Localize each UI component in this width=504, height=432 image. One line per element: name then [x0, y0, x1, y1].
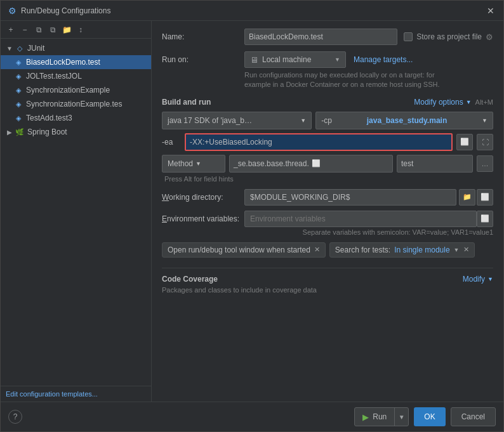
close-button[interactable]: ✕	[484, 4, 497, 17]
ok-button[interactable]: OK	[414, 407, 445, 426]
browse-button[interactable]: …	[477, 155, 493, 172]
method-row: Method ▼ _se.base.base.thread. ⬜ …	[162, 155, 493, 173]
class-value: _se.base.base.thread.	[234, 159, 309, 168]
help-button[interactable]: ?	[8, 410, 22, 424]
manage-targets-link[interactable]: Manage targets...	[354, 55, 413, 64]
run-on-label: Run on:	[162, 55, 244, 64]
paste-config-button[interactable]: ⧉	[46, 23, 59, 36]
env-var-label-text: Environment variables:	[162, 214, 239, 223]
run-on-description: Run configurations may be executed local…	[244, 70, 493, 90]
run-dropdown-button[interactable]: ▼	[394, 408, 408, 426]
copy-config-button[interactable]: ⧉	[32, 23, 45, 36]
open-tool-window-tag: Open run/debug tool window when started …	[162, 242, 326, 258]
sidebar-toolbar: + − ⧉ ⧉ 📁 ↕	[1, 21, 151, 39]
test-icon: ◈	[13, 85, 23, 95]
working-dir-row: Working directory: 📁 ⬜	[162, 189, 493, 206]
name-input[interactable]	[244, 29, 397, 45]
folder-config-button[interactable]: 📁	[60, 23, 73, 36]
run-debug-dialog: ⚙ Run/Debug Configurations ✕ + − ⧉ ⧉ 📁 ↕…	[0, 0, 504, 432]
class-input[interactable]: _se.base.base.thread. ⬜	[229, 155, 393, 173]
working-dir-label: Working directory:	[162, 193, 244, 202]
sdk-value: java 17 SDK of 'java_b…	[168, 116, 252, 125]
build-run-section-header: Build and run Modify options ▼ Alt+M	[162, 98, 493, 107]
run-label: Run	[373, 412, 387, 421]
remove-config-button[interactable]: −	[18, 23, 31, 36]
remove-open-tool-tag-button[interactable]: ✕	[314, 245, 320, 254]
chevron-down-icon: ▼	[335, 56, 340, 63]
modify-options-link[interactable]: Modify options ▼	[414, 98, 471, 107]
springboot-label: Spring Boot	[27, 128, 67, 136]
expand-editor-button[interactable]: ⬜	[456, 134, 473, 150]
run-on-value: Local machine	[262, 55, 311, 64]
cp-prefix: -cp	[321, 116, 332, 125]
code-coverage-header: Code Coverage Modify ▼	[162, 275, 493, 284]
store-gear-icon: ⚙	[486, 32, 493, 42]
sidebar-item-syncexample-test[interactable]: ◈ SynchronizationExample.tes	[1, 97, 151, 111]
remove-search-tests-tag-button[interactable]: ✕	[463, 245, 469, 254]
vm-options-input[interactable]	[185, 133, 453, 151]
code-coverage-modify-link[interactable]: Modify	[463, 275, 485, 284]
sidebar-item-testadd[interactable]: ◈ TestAdd.test3	[1, 111, 151, 125]
method-select[interactable]: Method ▼	[162, 155, 225, 173]
sidebar-item-biasedlockdemo[interactable]: ◈ BiasedLockDemo.test	[1, 55, 151, 69]
ea-label: -ea	[162, 138, 181, 147]
name-label: Name:	[162, 32, 244, 41]
expander-icon: ▼	[6, 44, 13, 52]
sidebar-item-joltest[interactable]: ◈ JOLTest.testJOL	[1, 69, 151, 83]
sidebar-item-syncexample[interactable]: ◈ SynchronizationExample	[1, 83, 151, 97]
run-button[interactable]: ▶ Run ▼	[354, 407, 409, 426]
config-tree: ▼ ◇ JUnit ◈ BiasedLockDemo.test ◈ JOLTes…	[1, 39, 151, 386]
sidebar-item-junit[interactable]: ▼ ◇ JUnit	[1, 41, 151, 55]
store-as-project-row: Store as project file ⚙	[404, 32, 493, 42]
search-for-tests-tag: Search for tests: In single module ▼ ✕	[329, 242, 475, 258]
chevron-down-icon: ▼	[466, 99, 472, 105]
code-coverage-title: Code Coverage	[162, 275, 218, 284]
test-name-input[interactable]	[397, 155, 473, 173]
search-for-tests-value[interactable]: In single module	[394, 245, 449, 254]
add-config-button[interactable]: +	[4, 23, 17, 36]
code-coverage-section: Code Coverage Modify ▼ Packages and clas…	[162, 268, 493, 294]
test-icon: ◈	[13, 57, 23, 67]
search-for-tests-label: Search for tests:	[335, 245, 390, 254]
modify-options-label: Modify options	[414, 98, 463, 107]
cp-select[interactable]: -cp java_base_study.main ▼	[315, 112, 493, 129]
cancel-button[interactable]: Cancel	[451, 407, 496, 426]
expander-icon: ▶	[6, 128, 13, 136]
run-button-main[interactable]: ▶ Run	[355, 408, 394, 426]
dialog-icon: ⚙	[7, 6, 17, 16]
chevron-down-icon[interactable]: ▼	[454, 247, 460, 253]
env-var-browse-button[interactable]: ⬜	[477, 211, 493, 227]
store-as-project-label: Store as project file	[416, 32, 482, 41]
working-dir-input[interactable]	[244, 189, 456, 206]
machine-icon: 🖥	[250, 55, 258, 65]
main-config-panel: Name: Store as project file ⚙ Run on: 🖥 …	[152, 21, 503, 402]
run-on-row: Run on: 🖥 Local machine ▼ Manage targets…	[162, 51, 493, 68]
spring-icon: 🌿	[15, 127, 25, 137]
env-var-input[interactable]	[244, 211, 477, 227]
sort-config-button[interactable]: ↕	[74, 23, 87, 36]
test-icon: ◈	[13, 71, 23, 81]
sidebar-item-springboot[interactable]: ▶ 🌿 Spring Boot	[1, 125, 151, 139]
edit-templates-link[interactable]: Edit configuration templates...	[1, 386, 151, 402]
env-var-label: Environment variables:	[162, 214, 244, 223]
store-as-project-checkbox[interactable]	[404, 32, 413, 41]
field-hints-text: Press Alt for field hints	[164, 175, 493, 183]
vm-options-row: -ea ⬜ ⛶	[162, 133, 493, 151]
test-icon: ◈	[13, 113, 23, 123]
fullscreen-editor-button[interactable]: ⛶	[477, 134, 493, 150]
sdk-select[interactable]: java 17 SDK of 'java_b… ▼	[162, 112, 312, 129]
run-play-icon: ▶	[362, 412, 369, 422]
open-folder-button[interactable]: 📁	[459, 189, 475, 206]
variables-button[interactable]: ⬜	[477, 189, 493, 206]
dir-icons: 📁 ⬜	[459, 189, 493, 206]
run-on-select[interactable]: 🖥 Local machine ▼	[244, 51, 346, 68]
content-area: + − ⧉ ⧉ 📁 ↕ ▼ ◇ JUnit ◈ BiasedLockDemo.t…	[1, 21, 503, 402]
chevron-down-icon: ▼	[487, 276, 493, 282]
syncexample-test-label: SynchronizationExample.tes	[26, 100, 122, 108]
junit-label: JUnit	[27, 44, 44, 53]
sdk-cp-row: java 17 SDK of 'java_b… ▼ -cp java_base_…	[162, 112, 493, 129]
chevron-down-icon: ▼	[300, 117, 306, 124]
tag-row: Open run/debug tool window when started …	[162, 242, 493, 258]
cp-value: java_base_study.main	[367, 116, 448, 125]
browse-icon: ⬜	[312, 159, 321, 167]
